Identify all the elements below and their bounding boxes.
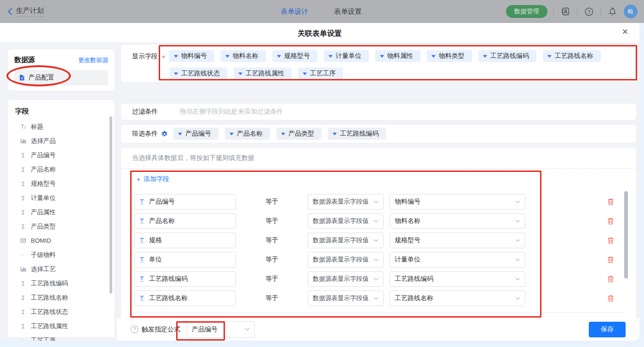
rules-scrollbar[interactable] [624,191,628,279]
question-circle-icon[interactable]: ? [131,325,138,333]
rule-source-select[interactable]: 数据源表显示字段值 [308,233,384,248]
change-datasource-link[interactable]: 更改数据源 [78,56,108,64]
select-value: 数据源表显示字段值 [313,236,369,245]
field-item[interactable]: 产品编号 [15,148,115,162]
modal-body: 数据源 更改数据源 产品配置 字段 标题选择产品产品编号产品名称规格型号计量单位… [0,42,639,341]
chevron-down-icon [245,328,250,331]
rule-value-select[interactable]: 计量单位 [390,252,525,267]
tag-label: 工艺路线状态 [181,69,220,78]
field-item[interactable]: 工艺路线名称 [15,290,115,305]
user-avatar[interactable]: 检 [624,5,638,18]
field-item[interactable]: 工艺工序 [15,333,115,341]
field-item[interactable]: 工艺路线编码 [15,276,115,290]
field-item[interactable]: 产品属性 [15,205,115,219]
display-field-tag[interactable]: 工艺路线状态 [169,68,227,80]
rule-target-field[interactable]: 规格 [134,233,236,248]
rule-value-select[interactable]: 物料编号 [390,194,525,210]
rule-value-select[interactable]: 工艺路线名称 [390,290,525,306]
trash-icon[interactable] [607,198,614,205]
field-item[interactable]: 规格型号 [15,176,115,191]
field-item[interactable]: 计量单位 [15,191,115,205]
add-display-field-button[interactable]: + [161,52,166,82]
screen-condition-tag[interactable]: 产品类型 [276,128,322,140]
select-value: 工艺路线名称 [395,294,433,302]
rule-target-field[interactable]: 单位 [134,252,236,267]
rule-source-select[interactable]: 数据源表显示字段值 [308,252,384,267]
field-item[interactable]: 产品类型 [15,219,115,233]
rule-target-field[interactable]: 产品编号 [134,194,236,210]
field-item[interactable]: 标题 [15,119,115,134]
rule-source-select[interactable]: 数据源表显示字段值 [308,290,384,306]
screen-condition-tag[interactable]: 工艺路线编码 [328,128,386,140]
screen-condition-tag[interactable]: 产品编号 [173,128,218,140]
text-field-icon [139,237,145,244]
screen-condition-panel: 筛选条件 产品编号产品名称产品类型工艺路线编码 [121,124,637,143]
text-icon [20,167,26,172]
text-icon [20,324,26,329]
trash-icon[interactable] [607,237,614,244]
help-icon[interactable]: ? [583,6,594,17]
display-field-tag[interactable]: 规格型号 [272,50,317,62]
field-item-label: 计量单位 [31,194,56,202]
tab-form-design[interactable]: 表单设计 [281,7,308,16]
divider [121,168,636,169]
select-value: 数据源表显示字段值 [313,217,369,225]
display-field-tag[interactable]: 工艺路线编码 [478,50,536,62]
screen-condition-tag[interactable]: 产品名称 [225,128,270,140]
field-item[interactable]: 产品名称 [15,162,115,176]
field-item[interactable]: BOMID [15,233,115,248]
rule-target-field[interactable]: 工艺路线名称 [134,290,236,306]
contact-book-icon[interactable] [560,6,571,17]
chevron-down-icon [515,220,520,223]
save-button[interactable]: 保存 [589,322,626,337]
display-field-tag[interactable]: 工艺路线名称 [543,50,601,62]
display-field-tag[interactable]: 物料名称 [221,50,266,62]
close-icon[interactable]: ✕ [622,28,628,36]
rule-target-field[interactable]: 工艺路线编码 [134,271,236,287]
rule-source-select[interactable]: 数据源表显示字段值 [308,213,384,229]
data-manage-button[interactable]: 数据管理 [506,5,547,18]
display-field-tag[interactable]: 物料类型 [427,50,472,62]
tag-label: 物料属性 [387,52,413,60]
field-item[interactable]: 工艺路线状态 [15,305,115,319]
display-field-tag[interactable]: 工艺路线属性 [234,68,292,80]
add-field-button[interactable]: + 添加字段 [137,175,169,183]
text-field-icon [139,256,145,263]
fields-scrollbar[interactable] [109,116,112,294]
field-item-label: 工艺路线属性 [31,322,68,330]
field-item[interactable]: 子级物料 [15,248,115,262]
trash-icon[interactable] [607,275,614,283]
display-field-tag[interactable]: 物料属性 [375,50,420,62]
field-item[interactable]: 选择产品 [15,134,115,148]
field-item[interactable]: 工艺路线属性 [15,319,115,333]
rule-field-label: 产品名称 [149,217,175,225]
modal-title: 关联表单设置 [0,23,639,44]
text-field-icon [139,218,145,224]
tab-form-settings[interactable]: 表单设置 [334,7,362,16]
trigger-field-select[interactable]: 产品编号 [187,321,255,338]
datasource-panel: 数据源 更改数据源 产品配置 [7,49,115,91]
trash-icon[interactable] [607,295,614,302]
rule-source-select[interactable]: 数据源表显示字段值 [308,271,384,287]
field-item[interactable]: 选择工艺 [15,262,115,276]
gear-icon[interactable] [161,131,168,137]
back-chevron-icon [7,8,12,15]
tag-label: 产品类型 [288,130,314,138]
back-button[interactable] [7,8,12,15]
tag-label: 物料类型 [439,52,465,60]
tag-label: 工艺路线编码 [490,52,529,60]
display-field-tag[interactable]: 计量单位 [324,50,369,62]
rule-target-field[interactable]: 产品名称 [134,213,236,229]
notification-bell-icon[interactable] [607,6,618,17]
rule-value-select[interactable]: 工艺路线编码 [390,271,525,287]
rule-source-select[interactable]: 数据源表显示字段值 [308,194,384,210]
rule-value-select[interactable]: 规格型号 [390,233,525,248]
filter-condition-placeholder[interactable]: 拖动左侧字段到此处来添加过滤条件 [180,108,283,116]
trash-icon[interactable] [607,256,614,263]
display-field-tag[interactable]: 物料编号 [169,50,214,62]
rule-value-select[interactable]: 物料名称 [390,213,525,229]
fill-rules-hint: 当选择具体数据后，将按如下规则填充数据 [121,148,636,162]
display-field-tag[interactable]: 工艺工序 [298,68,343,80]
datasource-item-selected[interactable]: 产品配置 [14,70,108,85]
trash-icon[interactable] [607,217,614,225]
